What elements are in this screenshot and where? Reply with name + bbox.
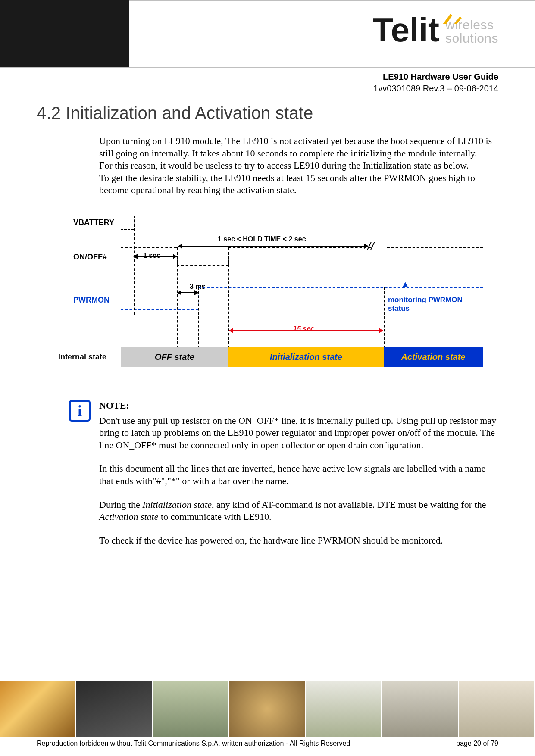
telit-logo: Telit wireless solutions — [373, 13, 498, 47]
state-init: Initialization state — [228, 347, 384, 367]
footer-img-3 — [153, 681, 229, 737]
note-p4: To check if the device has powered on, t… — [99, 534, 498, 547]
three-ms-arrow — [178, 292, 198, 293]
footer-image-strip — [0, 681, 535, 737]
intro-text: Upon turning on LE910 module, The LE910 … — [99, 135, 498, 197]
note-body: NOTE: Don't use any pull up resistor on … — [99, 400, 498, 547]
note-top-rule — [99, 395, 498, 395]
section-number: 4.2 — [37, 103, 61, 122]
logo-text: Telit — [373, 11, 440, 49]
hold-arrow — [178, 246, 368, 247]
page-header: Telit wireless solutions — [0, 0, 535, 67]
footer-img-4 — [229, 681, 306, 737]
header-dark-block — [0, 0, 129, 67]
onoff-high-1 — [121, 247, 177, 248]
note-p3: During the Initialization state, any kin… — [99, 499, 498, 523]
pwrmon-high — [198, 287, 483, 288]
guide-onoff-fall — [177, 247, 178, 348]
note-heading-para: NOTE: — [99, 400, 498, 412]
footer-img-2 — [76, 681, 153, 737]
state-activation: Activation state — [384, 347, 483, 367]
section-heading: 4.2 Initialization and Activation state — [37, 103, 498, 123]
header-top-rule — [129, 0, 535, 1]
vbat-high — [134, 216, 483, 216]
vbat-low — [121, 229, 134, 230]
hold-time-label: 1 sec < HOLD TIME < 2 sec — [218, 235, 306, 243]
state-off: OFF state — [121, 347, 228, 367]
footer-img-5 — [306, 681, 382, 737]
info-icon: i — [69, 400, 91, 422]
onoff-low — [177, 265, 228, 266]
document-meta: LE910 Hardware User Guide 1vv0301089 Rev… — [373, 71, 498, 94]
note-p2: In this document all the lines that are … — [99, 462, 498, 487]
logo-accent-icon — [442, 12, 463, 25]
footer-img-1 — [0, 681, 76, 737]
intro-p2: For this reason, it would be useless to … — [99, 159, 498, 172]
footer-img-6 — [382, 681, 458, 737]
guide-vbat — [134, 216, 135, 315]
logo-wordmark: Telit — [373, 13, 440, 47]
section-title: Initialization and Activation state — [66, 103, 313, 122]
page-content: 4.2 Initialization and Activation state … — [37, 99, 498, 551]
three-ms-label: 3 ms — [190, 283, 205, 291]
guide-act — [384, 287, 385, 348]
document-title: LE910 Hardware User Guide — [373, 71, 498, 83]
header-divider — [0, 67, 535, 68]
note-bottom-rule — [99, 551, 498, 551]
one-sec-label: 1 sec — [143, 252, 160, 259]
note-p1: Don't use any pull up resistor on the ON… — [99, 415, 498, 452]
footer-page: page 20 of 79 — [456, 740, 498, 747]
fifteen-sec-label: 15 sec — [293, 325, 314, 333]
signal-vbattery-label: VBATTERY — [73, 218, 114, 227]
note-heading: NOTE: — [99, 400, 129, 411]
onoff-high-2 — [228, 247, 371, 248]
note-block: i NOTE: Don't use any pull up resistor o… — [69, 395, 498, 551]
signal-internal-label: Internal state — [58, 353, 106, 362]
footer-text: Reproduction forbidden without Telit Com… — [37, 740, 498, 747]
signal-pwrmon-label: PWRMON — [73, 296, 110, 305]
guide-pwrmon — [198, 287, 199, 348]
onoff-high-3 — [387, 247, 483, 248]
signal-onoff-label: ON/OFF# — [73, 253, 107, 262]
logo-tag-line2: solutions — [445, 31, 498, 45]
document-revision: 1vv0301089 Rev.3 – 09-06-2014 — [373, 83, 498, 94]
intro-p3: To get the desirable stability, the LE91… — [99, 172, 498, 197]
footer-img-7 — [459, 681, 535, 737]
footer-copyright: Reproduction forbidden without Telit Com… — [37, 740, 350, 747]
timing-diagram: VBATTERY ON/OFF# PWRMON Internal state 1… — [73, 214, 483, 378]
monitoring-label: monitoring PWRMON status — [388, 296, 483, 313]
timeline-area: 1 sec < HOLD TIME < 2 sec // 1 sec 3 ms … — [121, 214, 483, 378]
pwrmon-low — [121, 309, 198, 310]
pwrmon-arrow-up-icon — [403, 282, 408, 287]
intro-p1: Upon turning on LE910 module, The LE910 … — [99, 135, 498, 159]
